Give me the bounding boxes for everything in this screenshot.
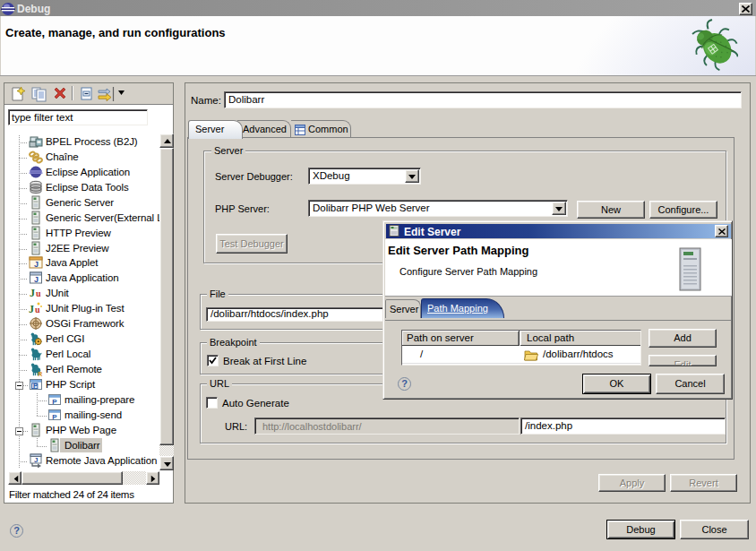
svg-text:u: u	[35, 305, 40, 314]
svg-text:P: P	[52, 397, 57, 405]
svg-text:P: P	[33, 382, 38, 390]
svg-text:R: R	[38, 370, 42, 376]
svg-text:J: J	[34, 260, 39, 269]
svg-text:J: J	[34, 275, 39, 284]
svg-text:J: J	[30, 287, 35, 299]
svg-text:u: u	[36, 288, 41, 298]
svg-text:P: P	[52, 412, 57, 420]
svg-text:J: J	[34, 456, 38, 464]
svg-text:J: J	[29, 303, 34, 315]
